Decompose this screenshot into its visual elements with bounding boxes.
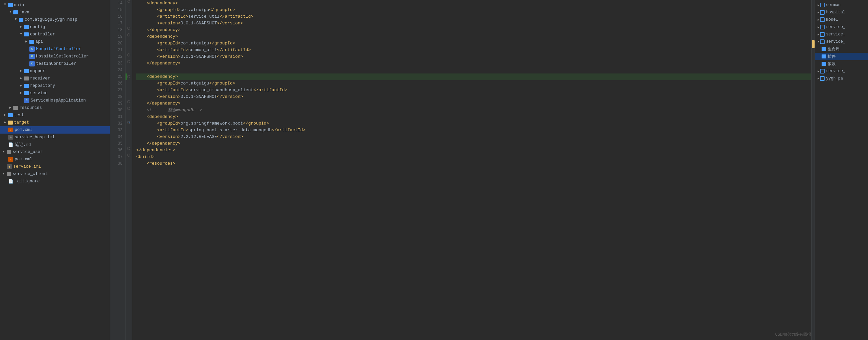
sidebar-item-receiver[interactable]: receiver [0, 75, 110, 82]
sidebar-item-label: pom.xml [15, 157, 32, 162]
code-line: <artifactId>service_util</artifactId> [136, 13, 811, 20]
right-item-yilai[interactable]: 依赖 [815, 60, 868, 67]
code-content[interactable]: <dependency> <groupId>com.atguigu</group… [132, 0, 811, 340]
code-line: <dependency> [136, 33, 811, 40]
sidebar-item-service[interactable]: service [0, 90, 110, 97]
sidebar-item-mapper[interactable]: mapper [0, 67, 110, 75]
right-item-label: yygh_pa [826, 76, 843, 81]
right-item-common[interactable]: ▶ common [815, 1, 868, 9]
sidebar-item-label: HospitalController [36, 47, 81, 52]
code-line [136, 67, 811, 73]
sidebar-item-main[interactable]: main [0, 1, 110, 9]
arrow-icon [19, 84, 23, 88]
sidebar-item-label: HospitalSetController [36, 54, 89, 59]
code-line: <version>0.0.1-SNAPSHOT</version> [136, 54, 811, 60]
sidebar-item-label: test [14, 113, 24, 118]
sidebar-item-label: com.atguigu.yygh.hosp [25, 18, 78, 22]
sidebar-item-com[interactable]: com.atguigu.yygh.hosp [0, 16, 110, 23]
sidebar-item-label: target [14, 120, 29, 125]
sidebar-item-label: 笔记.md [15, 142, 31, 148]
right-item-hospital[interactable]: ▶ hospital [815, 9, 868, 16]
sidebar-item-label: service [30, 91, 48, 95]
arrow-icon [1, 150, 6, 154]
sidebar-item-service-iml[interactable]: ◆ service.iml [0, 163, 110, 170]
sidebar-item-hospital-controller[interactable]: C HospitalController [0, 45, 110, 53]
arrow-icon [1, 172, 6, 176]
scroll-indicator [812, 40, 814, 48]
sidebar-item-label: java [19, 10, 29, 15]
sidebar-item-label: service_hosp.iml [15, 135, 55, 140]
right-item-label: 生命周 [828, 47, 840, 52]
sidebar-item-label: service.iml [13, 164, 41, 169]
arrow-icon [24, 39, 29, 44]
right-item-service3[interactable]: ▼ service_ [815, 38, 868, 45]
sidebar-item-repository[interactable]: repository [0, 82, 110, 90]
code-line: <artifactId>service_cmnandhosp_client</a… [136, 87, 811, 94]
sidebar-item-label: service_user [13, 150, 43, 154]
watermark: CSDN@努力终有回报 [775, 332, 811, 337]
code-line: <groupId>com.atguigu</groupId> [136, 7, 811, 13]
sidebar-item-label: mapper [30, 69, 45, 73]
sidebar-item-testin-controller[interactable]: C testinController [0, 60, 110, 67]
sidebar-item-label: api [35, 39, 43, 44]
sidebar-item-test[interactable]: test [0, 112, 110, 119]
sidebar-item-label: config [30, 25, 45, 29]
sidebar-item-service-client[interactable]: service_client [0, 170, 110, 178]
code-line: <artifactId>spring-boot-starter-data-mon… [136, 127, 811, 133]
sidebar-item-target[interactable]: target [0, 119, 110, 126]
code-line: <version>0.0.1-SNAPSHOT</version> [136, 20, 811, 27]
sidebar-item-service-user[interactable]: service_user [0, 148, 110, 156]
sidebar-item-resources[interactable]: resources [0, 104, 110, 112]
arrow-icon [19, 76, 23, 81]
code-line: <!-- 整合mongodb--> [136, 107, 811, 114]
editor-content: 14 15 16 17 18 19 20 21 22 23 24 25 26 2… [110, 0, 814, 340]
right-item-service4[interactable]: ▶ service_ [815, 67, 868, 75]
arrow-icon [13, 18, 18, 22]
sidebar-item-label: main [14, 3, 24, 7]
arrow-icon [19, 25, 23, 29]
sidebar-item-hospitalset-controller[interactable]: C HospitalSetController [0, 53, 110, 60]
sidebar-item-service-hosp-iml[interactable]: ◆ service_hosp.iml [0, 133, 110, 141]
sidebar-item-label: service_client [13, 172, 48, 176]
code-line: </dependency> [136, 100, 811, 107]
arrow-icon [8, 10, 13, 15]
code-line: <groupId>com.atguigu</groupId> [136, 40, 811, 47]
sidebar-item-controller[interactable]: controller [0, 31, 110, 38]
code-line: <groupId>org.springframework.boot</group… [136, 120, 811, 127]
gutter: ↻ [126, 0, 132, 340]
right-item-shengming[interactable]: 生命周 [815, 45, 868, 53]
sidebar-item-label: testinController [36, 61, 76, 66]
arrow-icon [19, 69, 23, 73]
sidebar-item-pom-xml[interactable]: m pom.xml [0, 126, 110, 133]
right-item-label: service_ [826, 25, 845, 29]
arrow-icon [3, 113, 7, 118]
sidebar-item-label: receiver [30, 76, 50, 81]
code-line: <dependency> [136, 0, 811, 7]
right-item-service1[interactable]: ▶ service_ [815, 23, 868, 31]
sidebar-item-java[interactable]: java [0, 9, 110, 16]
sidebar-item-config[interactable]: config [0, 23, 110, 31]
sidebar-item-gitignore[interactable]: 📄 .gitignore [0, 178, 110, 185]
code-line: </dependency> [136, 140, 811, 147]
right-item-label: 插件 [828, 54, 836, 59]
right-panel: ▶ common ▶ hospital ▶ model ▶ service_ ▶… [814, 0, 868, 340]
right-item-label: service_ [826, 32, 845, 37]
code-line: <build> [136, 154, 811, 160]
sidebar-item-label: repository [30, 84, 55, 88]
right-item-service2[interactable]: ▶ service_ [815, 31, 868, 38]
sidebar-item-api[interactable]: api [0, 38, 110, 45]
sidebar-item-servicehosp-app[interactable]: C ServiceHospApplication [0, 97, 110, 104]
editor-scrollbar[interactable] [811, 0, 814, 340]
code-line: <resources> [136, 160, 811, 167]
right-item-model[interactable]: ▶ model [815, 16, 868, 23]
right-item-label: model [826, 18, 838, 22]
sidebar-item-notes-md[interactable]: 📄 笔记.md [0, 141, 110, 148]
right-item-label: 依赖 [828, 61, 836, 67]
file-tree[interactable]: main java com.atguigu.yygh.hosp config c… [0, 0, 110, 340]
sidebar-item-pom-xml2[interactable]: m pom.xml [0, 156, 110, 163]
right-item-yygh[interactable]: ▶ yygh_pa [815, 75, 868, 82]
sidebar-item-label: pom.xml [15, 128, 32, 132]
right-item-chajian[interactable]: 插件 [815, 53, 868, 60]
code-line: <version>2.2.12.RELEASE</version> [136, 133, 811, 140]
code-line: <groupId>com.atguigu</groupId> [136, 80, 811, 87]
